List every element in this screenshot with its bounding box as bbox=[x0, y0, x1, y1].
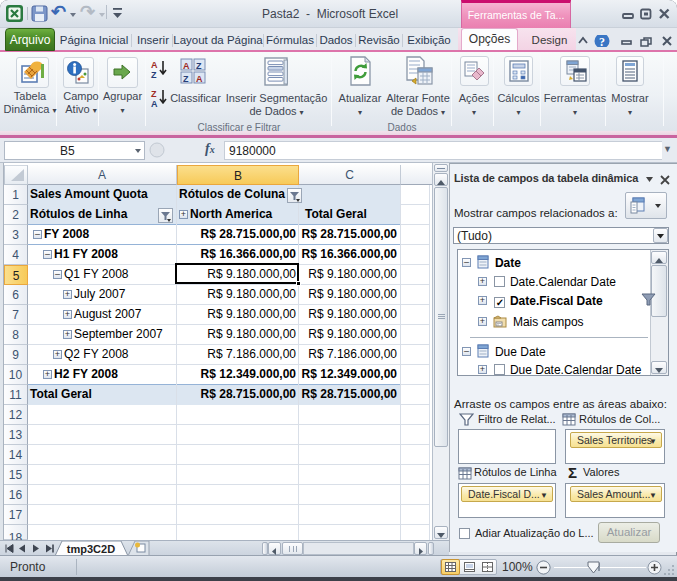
svg-text:Z: Z bbox=[151, 89, 157, 99]
svg-text:Z: Z bbox=[183, 74, 189, 84]
svg-text:Z: Z bbox=[151, 70, 157, 79]
svg-text:A: A bbox=[151, 99, 158, 108]
svg-text:A: A bbox=[183, 61, 190, 71]
svg-text:Z: Z bbox=[196, 61, 202, 71]
svg-text:A: A bbox=[196, 74, 203, 84]
svg-text:A: A bbox=[151, 60, 158, 70]
svg-text:tmp3C2D: tmp3C2D bbox=[67, 543, 115, 555]
svg-text:?: ? bbox=[599, 35, 605, 47]
